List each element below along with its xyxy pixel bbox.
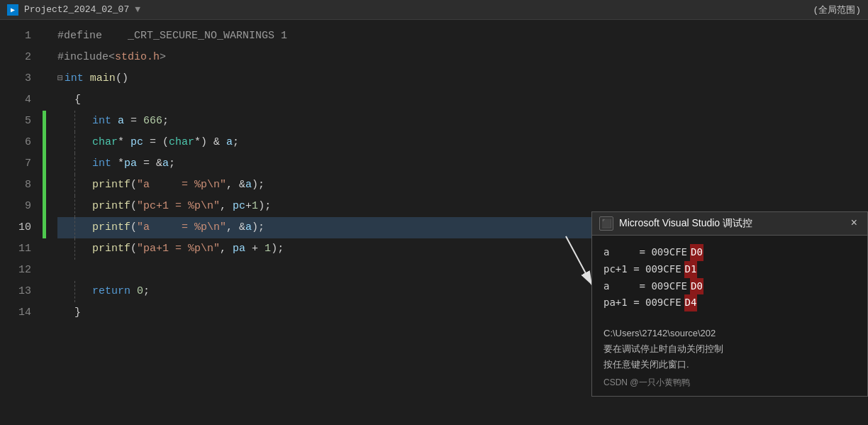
- code-text: #define _CRT_SECURE_NO_WARNINGS 1: [57, 26, 287, 47]
- line-num-5: 5: [0, 111, 43, 132]
- code-text: main: [90, 68, 116, 89]
- code-text: a: [245, 175, 252, 196]
- code-text: );: [252, 217, 265, 238]
- collapse-icon: ⊟: [57, 68, 63, 89]
- code-text: int: [65, 68, 84, 89]
- output-value: D0: [690, 278, 703, 295]
- title-bar: ▶ Project2_2024_02_07 ▼ (全局范围): [0, 0, 868, 20]
- code-text: printf: [92, 196, 130, 217]
- line-num-3: 3: [0, 68, 43, 89]
- code-text: printf: [92, 175, 130, 196]
- code-text: 1: [265, 238, 271, 260]
- code-text: =: [124, 111, 143, 132]
- code-text: = (: [143, 132, 169, 153]
- code-text: }: [74, 302, 81, 324]
- footer-line-3: 按任意键关闭此窗口.: [603, 357, 856, 372]
- console-body: a = 009CFED0 pc+1 = 009CFED1 a = 009CFED…: [592, 236, 867, 320]
- line-num-1: 1: [0, 26, 43, 47]
- code-text: 0: [137, 281, 143, 302]
- output-label: a = 009CFE: [603, 244, 687, 261]
- code-text: , &: [226, 175, 245, 196]
- code-text: printf: [92, 238, 130, 260]
- code-text: int: [92, 153, 111, 175]
- code-text: *: [111, 153, 124, 175]
- code-text: (: [130, 217, 137, 238]
- vs-icon: ▶: [7, 4, 18, 16]
- code-text: int: [92, 111, 111, 132]
- output-line-4: pa+1 = 009CFED4: [603, 294, 856, 311]
- output-label: a = 009CFE: [603, 278, 687, 295]
- code-text: a: [162, 153, 169, 175]
- dropdown-arrow: ▼: [135, 4, 140, 15]
- console-footer: C:\Users\27142\source\202 要在调试停止时自动关闭控制 …: [592, 320, 867, 396]
- footer-line-2: 要在调试停止时自动关闭控制: [603, 341, 856, 357]
- line-num-2: 2: [0, 47, 43, 68]
- code-text: pa: [124, 153, 137, 175]
- code-text: ;: [233, 132, 239, 153]
- code-text: +: [245, 196, 252, 217]
- code-text: "pa+1 = %p\n": [137, 238, 220, 260]
- scope-label: (全局范围): [813, 4, 861, 16]
- code-text: a: [245, 217, 252, 238]
- code-text: #include<: [57, 47, 115, 68]
- code-text: printf: [92, 217, 130, 238]
- line-num-7: 7: [0, 153, 43, 175]
- code-text: = &: [137, 153, 162, 175]
- output-label: pc+1 = 009CFE: [603, 261, 681, 278]
- code-text: );: [252, 175, 265, 196]
- code-text: [130, 281, 137, 302]
- code-text: +: [245, 238, 265, 260]
- code-text: [84, 68, 90, 89]
- code-line-3: ⊟int main(): [57, 68, 868, 89]
- code-text: *) &: [194, 132, 226, 153]
- code-text: *: [118, 132, 130, 153]
- code-line-6: char* pc = (char*) & a;: [57, 132, 868, 153]
- editor: 1 2 3 4 5 6 7 8 9 10 11 12 13 14 #define: [0, 20, 868, 425]
- footer-line-1: C:\Users\27142\source\202: [603, 326, 856, 341]
- code-text: 1: [252, 196, 258, 217]
- output-value: D1: [684, 261, 698, 278]
- code-text: ,: [220, 196, 233, 217]
- line-num-10: 10: [0, 217, 43, 238]
- code-text: (: [130, 238, 137, 260]
- console-brand: CSDN @一只小黄鸭鸭: [603, 375, 856, 390]
- code-text: pc: [130, 132, 143, 153]
- console-header-left: ⬛ Microsoft Visual Studio 调试控: [599, 216, 752, 231]
- console-icon: ⬛: [599, 216, 613, 231]
- line-num-13: 13: [0, 281, 43, 302]
- code-text: pc: [233, 196, 245, 217]
- code-text: ;: [162, 111, 169, 132]
- line-num-4: 4: [0, 89, 43, 111]
- line-num-8: 8: [0, 175, 43, 196]
- code-line-4: {: [57, 89, 868, 111]
- console-title: Microsoft Visual Studio 调试控: [619, 217, 752, 230]
- code-line-7: int *pa = &a;: [57, 153, 868, 175]
- code-text: stdio.h: [115, 47, 160, 68]
- code-text: char: [169, 132, 194, 153]
- code-line-2: #include<stdio.h>: [57, 47, 868, 68]
- code-text: pa: [233, 238, 245, 260]
- code-text: "a = %p\n": [137, 217, 226, 238]
- code-line-1: #define _CRT_SECURE_NO_WARNINGS 1: [57, 26, 868, 47]
- code-text: "pc+1 = %p\n": [137, 196, 220, 217]
- code-text: );: [271, 238, 284, 260]
- code-text: , &: [226, 217, 245, 238]
- line-num-9: 9: [0, 196, 43, 217]
- output-line-3: a = 009CFED0: [603, 278, 856, 295]
- code-text: ;: [143, 281, 150, 302]
- project-name: Project2_2024_02_07: [24, 4, 129, 15]
- code-text: >: [160, 47, 166, 68]
- console-header: ⬛ Microsoft Visual Studio 调试控 ×: [592, 212, 867, 236]
- code-text: a: [226, 132, 233, 153]
- code-text: (: [130, 196, 137, 217]
- code-text: (: [130, 175, 137, 196]
- line-num-14: 14: [0, 302, 43, 324]
- code-text: [111, 111, 118, 132]
- code-text: {: [74, 89, 81, 111]
- output-line-2: pc+1 = 009CFED1: [603, 261, 856, 278]
- code-text: [57, 260, 64, 281]
- close-button[interactable]: ×: [847, 217, 860, 230]
- code-line-5: int a = 666;: [57, 111, 868, 132]
- console-popup[interactable]: ⬛ Microsoft Visual Studio 调试控 × a = 009C…: [591, 211, 868, 397]
- code-text: 666: [143, 111, 162, 132]
